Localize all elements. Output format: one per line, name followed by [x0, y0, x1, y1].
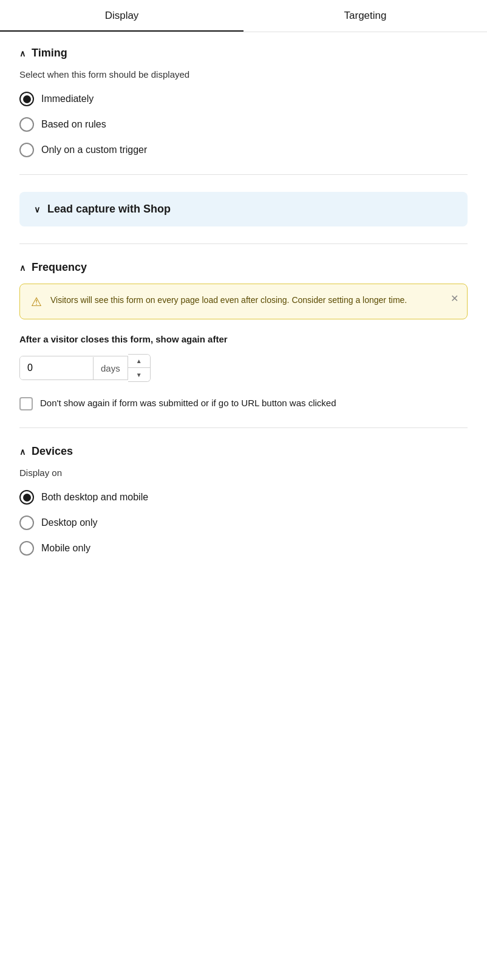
timing-option-rules[interactable]: Based on rules [19, 117, 468, 132]
divider-3 [19, 427, 468, 428]
devices-option-mobile[interactable]: Mobile only [19, 541, 468, 556]
frequency-chevron-icon: ∧ [19, 263, 26, 273]
main-content: ∧ Timing Select when this form should be… [0, 32, 487, 570]
days-input-wrapper: days [19, 356, 128, 380]
timing-option-immediately[interactable]: Immediately [19, 92, 468, 106]
days-input-row: days ▲ ▼ [19, 354, 468, 382]
timing-label-rules: Based on rules [41, 119, 106, 130]
devices-description: Display on [19, 468, 468, 478]
warning-icon: ⚠ [31, 294, 42, 309]
days-stepper: ▲ ▼ [128, 354, 151, 382]
divider-1 [19, 174, 468, 175]
days-stepper-down[interactable]: ▼ [128, 368, 150, 381]
timing-section-header[interactable]: ∧ Timing [19, 47, 468, 60]
timing-chevron-icon: ∧ [19, 49, 26, 58]
devices-section-header[interactable]: ∧ Devices [19, 445, 468, 458]
lead-capture-title: Lead capture with Shop [47, 203, 171, 216]
devices-chevron-icon: ∧ [19, 447, 26, 457]
timing-label-immediately: Immediately [41, 94, 94, 104]
divider-2 [19, 243, 468, 244]
days-stepper-up[interactable]: ▲ [128, 355, 150, 368]
devices-section-title: Devices [32, 445, 73, 458]
frequency-section-header[interactable]: ∧ Frequency [19, 261, 468, 274]
timing-label-custom-trigger: Only on a custom trigger [41, 145, 147, 155]
frequency-label: After a visitor closes this form, show a… [19, 334, 468, 344]
devices-radio-mobile[interactable] [19, 541, 34, 556]
timing-description: Select when this form should be displaye… [19, 69, 468, 80]
lead-capture-section[interactable]: ∨ Lead capture with Shop [19, 192, 468, 226]
devices-section: ∧ Devices Display on Both desktop and mo… [19, 445, 468, 556]
dont-show-again-label: Don't show again if form was submitted o… [40, 396, 336, 410]
timing-radio-custom-trigger[interactable] [19, 143, 34, 157]
devices-radio-desktop[interactable] [19, 516, 34, 530]
tab-targeting[interactable]: Targeting [244, 0, 487, 32]
devices-radio-both[interactable] [19, 490, 34, 505]
days-input[interactable] [20, 356, 93, 379]
timing-radio-group: Immediately Based on rules Only on a cus… [19, 92, 468, 157]
timing-radio-immediately[interactable] [19, 92, 34, 106]
timing-option-custom-trigger[interactable]: Only on a custom trigger [19, 143, 468, 157]
dont-show-again-checkbox-item[interactable]: Don't show again if form was submitted o… [19, 396, 468, 410]
frequency-section-title: Frequency [32, 261, 87, 274]
devices-option-desktop[interactable]: Desktop only [19, 516, 468, 530]
tab-active-indicator [0, 30, 244, 32]
dont-show-again-checkbox[interactable] [19, 397, 33, 410]
timing-radio-rules[interactable] [19, 117, 34, 132]
lead-capture-chevron-icon: ∨ [34, 205, 40, 214]
tab-display[interactable]: Display [0, 0, 244, 32]
warning-text: Visitors will see this form on every pag… [50, 294, 456, 307]
devices-option-both[interactable]: Both desktop and mobile [19, 490, 468, 505]
timing-section: ∧ Timing Select when this form should be… [19, 47, 468, 157]
frequency-section: ∧ Frequency ⚠ Visitors will see this for… [19, 261, 468, 410]
devices-label-mobile: Mobile only [41, 543, 90, 554]
timing-section-title: Timing [32, 47, 67, 60]
devices-label-both: Both desktop and mobile [41, 492, 148, 503]
warning-close-button[interactable]: ✕ [451, 293, 458, 304]
days-unit-label: days [93, 357, 128, 379]
tabs-bar: Display Targeting [0, 0, 487, 32]
devices-label-desktop: Desktop only [41, 517, 98, 528]
frequency-warning-box: ⚠ Visitors will see this form on every p… [19, 284, 468, 319]
devices-radio-group: Both desktop and mobile Desktop only Mob… [19, 490, 468, 556]
